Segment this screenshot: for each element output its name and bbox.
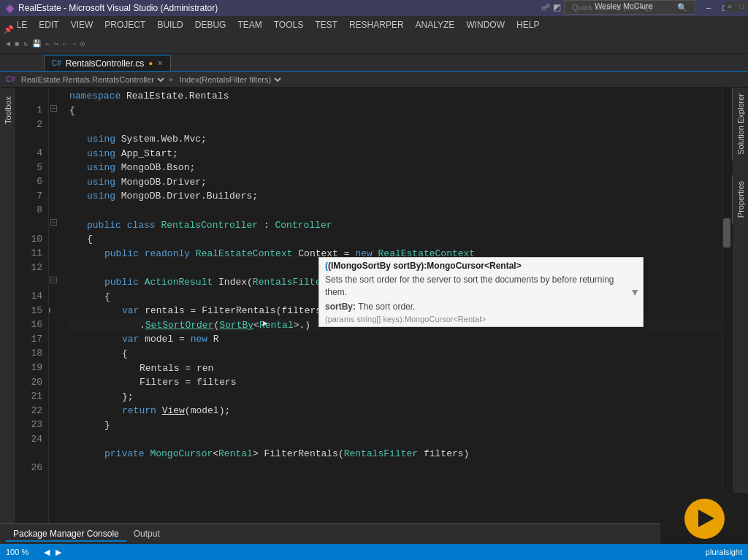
filter-icon: ◩ xyxy=(553,2,561,12)
play-icon xyxy=(698,510,714,527)
toolbox-pin[interactable]: 📌 xyxy=(0,20,18,38)
line-23: 23 xyxy=(16,418,42,433)
tab-close-button[interactable]: ✕ xyxy=(157,59,163,67)
tooltip-description: Sets the sort order for the server to so… xyxy=(325,274,637,299)
collapse-namespace[interactable]: − xyxy=(50,102,58,113)
properties-tab[interactable]: Properties xyxy=(732,175,748,223)
package-manager-tab[interactable]: Package Manager Console xyxy=(6,527,126,542)
menu-project[interactable]: PROJECT xyxy=(99,16,151,34)
sortby-link[interactable]: SortBy xyxy=(219,320,253,331)
code-line-using3: using MongoDB.Bson; xyxy=(69,161,722,175)
tab-label: RentalsController.cs xyxy=(66,58,144,69)
tab-bar: 📌 C# RentalsController.cs ● ✕ xyxy=(0,54,748,72)
code-line-class: public class RentalsController : Control… xyxy=(69,218,722,232)
menu-build[interactable]: BUILD xyxy=(151,16,188,34)
user-name: Wesley McClure xyxy=(595,1,653,10)
code-line-filters-prop: Filters = filters xyxy=(69,375,722,390)
view-link[interactable]: View xyxy=(162,405,185,416)
zoom-in-button[interactable]: ▶ xyxy=(56,548,61,557)
solution-explorer-label: Solution Explorer xyxy=(736,93,745,155)
code-line-namespace: namespace RealEstate.Rentals xyxy=(69,89,722,104)
code-line-open-ns: { xyxy=(69,104,722,118)
menu-help[interactable]: HELP xyxy=(511,16,545,34)
pluralsight-widget[interactable] xyxy=(660,493,748,544)
line-19: 19 xyxy=(16,361,42,375)
menu-view[interactable]: VIEW xyxy=(65,16,99,34)
status-zoom: 100 % xyxy=(6,548,28,556)
minimap-toggle[interactable]: ≡ xyxy=(725,1,735,12)
breadcrumb: C# RealEstate.Rentals.RentalsController … xyxy=(0,72,748,88)
code-line-using5: using MongoDB.Driver.Builders; xyxy=(69,189,722,204)
title-bar-left: ◆ RealEstate - Microsoft Visual Studio (… xyxy=(6,2,218,14)
collapse-class[interactable]: − xyxy=(50,216,58,227)
class-selector[interactable]: RealEstate.Rentals.RentalsController xyxy=(18,74,167,85)
menu-team[interactable]: TEAM xyxy=(232,16,267,34)
toolbox-label: Toolbox xyxy=(4,91,12,130)
modified-indicator: ● xyxy=(148,59,153,67)
output-tab[interactable]: Output xyxy=(126,527,167,542)
line-12: 12 xyxy=(16,261,42,275)
menu-test[interactable]: TEST xyxy=(309,16,343,34)
tooltip-scroll-arrow[interactable]: ▼ xyxy=(630,286,640,298)
line-num-blank xyxy=(16,89,42,104)
status-bar: 100 % ◀ ▶ pluralsight xyxy=(0,544,748,560)
code-line-close-model: }; xyxy=(69,389,722,404)
intellisense-tooltip: ((IMongoSortBy sortBy):MongoCursor<Renta… xyxy=(318,257,644,327)
bottom-panel: Package Manager Console Output xyxy=(0,523,748,544)
line-17: 17 xyxy=(16,332,42,347)
vertical-scrollbar[interactable] xyxy=(722,88,732,523)
scroll-thumb[interactable] xyxy=(723,218,730,248)
line-6: 6 xyxy=(16,175,42,190)
code-line-using2: using App_Start; xyxy=(69,146,722,161)
menu-edit[interactable]: EDIT xyxy=(33,16,64,34)
code-line-private-method: private MongoCursor<Rental> FilterRental… xyxy=(69,447,722,461)
code-line-var-model: var model = new R xyxy=(69,332,722,347)
code-line-blank2 xyxy=(69,204,722,218)
line-15: 15 xyxy=(16,304,42,318)
cs-file-icon: C# xyxy=(52,59,61,67)
menu-analyze[interactable]: ANALYZE xyxy=(410,16,461,34)
window-title: RealEstate - Microsoft Visual Studio (Ad… xyxy=(18,3,218,13)
solution-explorer-tab[interactable]: Solution Explorer xyxy=(732,88,748,161)
search-icon: 🔍 xyxy=(677,3,687,12)
method-selector[interactable]: Index(RentalsFilter filters) xyxy=(177,74,283,85)
code-line-open-model: { xyxy=(69,347,722,361)
tooltip-secondary: (params string[] keys):MongoCursor<Renta… xyxy=(325,315,637,323)
line-14: 14 xyxy=(16,289,42,304)
menu-resharper[interactable]: RESHARPER xyxy=(343,16,410,34)
line-18: 18 xyxy=(16,347,42,361)
line-22: 22 xyxy=(16,404,42,418)
menu-tools[interactable]: TOOLS xyxy=(268,16,309,34)
breadcrumb-buttons: ≡ □ xyxy=(725,1,747,12)
line-numbers: 1 2 4 5 6 7 8 10 11 12 14 15 16 17 18 19… xyxy=(16,88,49,523)
line-16: 16 xyxy=(16,318,42,333)
line-10: 10 xyxy=(16,232,42,247)
line-7: 7 xyxy=(16,189,42,204)
line-9 xyxy=(16,218,42,232)
status-bar-right: pluralsight xyxy=(706,548,742,556)
split-view-button[interactable]: □ xyxy=(736,1,747,12)
collapse-method[interactable]: − xyxy=(50,274,58,285)
code-line-blank1 xyxy=(69,118,722,132)
code-line-return: return View(model); xyxy=(69,404,722,418)
menu-bar: FILE EDIT VIEW PROJECT BUILD DEBUG TEAM … xyxy=(0,16,748,34)
minimize-button[interactable]: – xyxy=(701,0,716,15)
menu-debug[interactable]: DEBUG xyxy=(189,16,232,34)
line-4: 4 xyxy=(16,146,42,161)
code-line-blank4 xyxy=(69,432,722,447)
collapse-margin: − − − xyxy=(49,88,59,523)
line-2: 2 xyxy=(16,118,42,132)
pluralsight-play-button[interactable] xyxy=(684,499,725,539)
tab-rentals-controller[interactable]: C# RentalsController.cs ● ✕ xyxy=(44,55,171,71)
setsortorder-link[interactable]: SetSortOrder xyxy=(145,320,214,331)
line-24: 24 xyxy=(16,432,42,447)
zoom-out-button[interactable]: ◀ xyxy=(44,548,50,557)
code-line-using1: using System.Web.Mvc; xyxy=(69,132,722,147)
code-line-rentals-prop: Rentals = ren xyxy=(69,361,722,375)
status-nav: ◀ ▶ xyxy=(44,544,61,560)
breadcrumb-separator: ▸ xyxy=(169,74,174,84)
tooltip-param: sortBy: The sort order. xyxy=(325,302,637,312)
menu-window[interactable]: WINDOW xyxy=(460,16,511,34)
properties-tab-label: Properties xyxy=(736,181,745,218)
line-26: 26 xyxy=(16,461,42,475)
